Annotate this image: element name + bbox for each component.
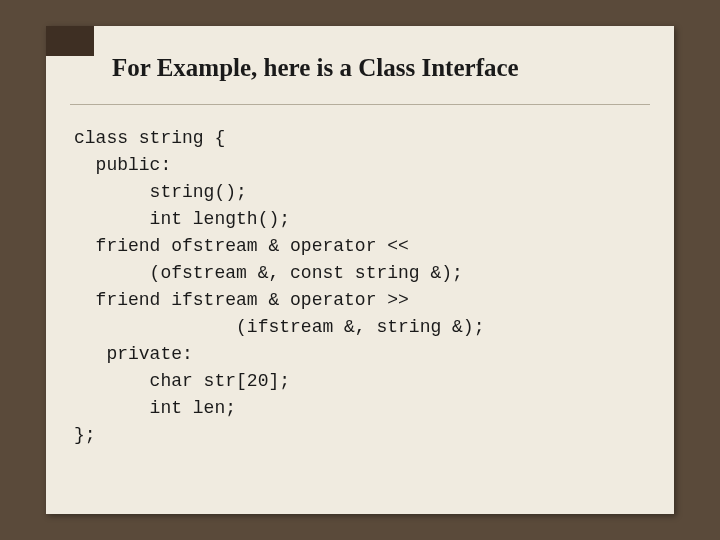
slide-title: For Example, here is a Class Interface	[70, 54, 650, 105]
code-block: class string { public: string(); int len…	[70, 125, 650, 449]
slide-paper: For Example, here is a Class Interface c…	[46, 26, 674, 514]
